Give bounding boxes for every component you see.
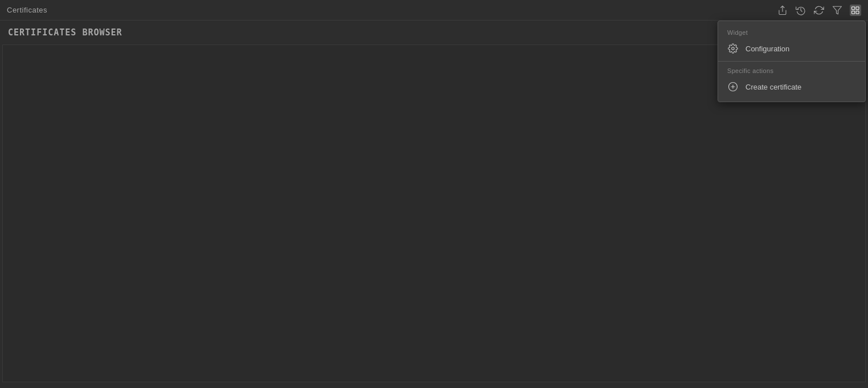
create-certificate-label: Create certificate	[745, 83, 801, 91]
dropdown-section-specific: Specific actions	[718, 64, 865, 76]
sync-icon[interactable]	[813, 5, 825, 16]
dropdown-divider	[718, 61, 865, 62]
configuration-label: Configuration	[745, 45, 789, 53]
share-icon[interactable]	[777, 5, 788, 16]
configuration-icon	[727, 43, 739, 54]
history-icon[interactable]	[795, 5, 806, 16]
app-title: Certificates	[7, 6, 47, 14]
filter-icon[interactable]	[832, 5, 843, 16]
create-certificate-icon	[727, 81, 739, 92]
svg-rect-3	[856, 7, 859, 10]
dropdown-item-create-certificate[interactable]: Create certificate	[718, 76, 865, 97]
dropdown-section-widget: Widget	[718, 26, 865, 38]
svg-rect-4	[852, 11, 855, 14]
app-header: Certificates	[0, 0, 868, 21]
svg-rect-5	[856, 11, 859, 14]
context-dropdown-menu: Widget Configuration Specific actions Cr…	[718, 21, 866, 102]
header-icon-group	[777, 5, 861, 16]
svg-point-6	[732, 47, 735, 50]
dropdown-item-configuration[interactable]: Configuration	[718, 38, 865, 59]
grid-icon[interactable]	[850, 5, 861, 16]
svg-rect-2	[852, 7, 855, 10]
svg-marker-1	[833, 6, 842, 14]
